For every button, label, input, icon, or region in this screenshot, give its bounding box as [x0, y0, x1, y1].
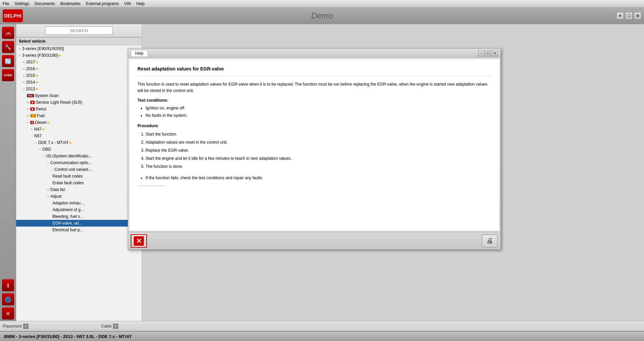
tree-item-label: Diesel: [35, 120, 46, 125]
eobd-icon[interactable]: eOBD: [2, 69, 14, 81]
tree-expand-icon: −: [35, 141, 37, 145]
close-x-icon: ✕: [134, 236, 144, 246]
tree-item-item20[interactable]: Read fault codes: [16, 173, 142, 180]
tree-item-item23[interactable]: −Adjust: [16, 193, 142, 200]
tree-star-icon: ★: [35, 80, 39, 85]
tree-item-item10[interactable]: +■Petrol: [16, 106, 142, 112]
tree-expand-icon: +: [27, 101, 29, 104]
procedure-list: Start the function. Adaptation values ar…: [146, 130, 491, 170]
tree-star-icon: ★: [58, 53, 62, 58]
search-bar: [16, 24, 142, 38]
test-condition-2: No faults in the system.: [146, 112, 491, 119]
tree-expand-icon: +: [23, 74, 25, 78]
tree-item-item17[interactable]: −ISI (System identificatio…: [16, 153, 142, 159]
help-close-button[interactable]: ✕: [492, 50, 498, 56]
print-button[interactable]: 🖨: [482, 234, 498, 248]
tree-star-icon: ★: [35, 67, 39, 71]
tree-item-label: Adjust: [50, 194, 62, 199]
tree-expand-icon: −: [39, 148, 41, 151]
tree-item-item2[interactable]: −3-series [F30/31/80] ★: [16, 52, 142, 59]
menu-vin[interactable]: VIN: [124, 1, 131, 6]
tree-item-label: Communication optio…: [50, 160, 92, 165]
tree-item-item21[interactable]: Erase fault codes: [16, 180, 142, 186]
tree-expand-icon: −: [23, 87, 25, 91]
tree-item-item18[interactable]: −Communication optio…: [16, 159, 142, 166]
procedure-step-4: Start the engine and let it idle for a f…: [146, 154, 491, 162]
status-text: BMW - 3-series [F30/31/80] - 2013 - N57 …: [4, 334, 132, 339]
help-minimize-button[interactable]: ─: [478, 50, 484, 56]
tree-item-item16[interactable]: −OBD: [16, 146, 142, 153]
tree-expand-icon: −: [27, 121, 29, 125]
tree-item-item27[interactable]: EGR-valve, ad…: [16, 220, 142, 227]
tree-item-label: Control unit variant…: [54, 167, 92, 172]
tree-item-item25[interactable]: Adjustment of g…: [16, 206, 142, 213]
menu-help[interactable]: Help: [136, 1, 145, 6]
service-icon[interactable]: 🔄: [2, 55, 14, 67]
placement-plus-button[interactable]: +: [23, 324, 29, 329]
help-close-x-button[interactable]: ✕: [131, 234, 147, 248]
tree-item-label: 2013: [26, 87, 35, 91]
tree-item-label: System Scan: [35, 93, 59, 98]
cable-section: Cable +: [101, 324, 118, 329]
maximize-window-button[interactable]: ☐: [625, 12, 633, 19]
info-icon[interactable]: ℹ: [2, 279, 14, 291]
tree-item-item13[interactable]: +N47 ★: [16, 126, 142, 133]
help-description: This function is used to reset adaptatio…: [137, 81, 491, 94]
tree-item-item7[interactable]: −2013 ★: [16, 86, 142, 92]
tree-item-label: EGR-valve, ad…: [52, 221, 83, 226]
tree-item-item22[interactable]: +Data list: [16, 186, 142, 193]
web-icon[interactable]: 🌐: [2, 293, 14, 305]
menu-bookmarks[interactable]: Bookmarks: [60, 1, 80, 6]
procedure-step-1: Start the function.: [146, 130, 491, 138]
tree-item-item8[interactable]: ISSSystem Scan: [16, 92, 142, 99]
tree-item-label: DDE 7.x - MT/AT: [38, 140, 69, 145]
tree-expand-icon: +: [23, 67, 25, 71]
menu-documents[interactable]: Documents: [35, 1, 55, 6]
tree-item-item6[interactable]: +2014 ★: [16, 79, 142, 86]
tree-item-label: 2017: [26, 60, 35, 64]
sidebar: Select vehicle +3-series [E90/91/92/93]−…: [16, 24, 142, 321]
tree-item-item24[interactable]: Adaption exhau…: [16, 200, 142, 206]
tree-container: +3-series [E90/91/92/93]−3-series [F30/3…: [16, 45, 142, 321]
diagnostic-icon[interactable]: 🔧: [2, 41, 14, 53]
menu-file[interactable]: File: [3, 1, 9, 6]
tree-expand-icon: +: [27, 107, 29, 111]
cable-plus-button[interactable]: +: [113, 324, 118, 329]
tree-item-label: OBD: [42, 147, 51, 152]
procedure-step-5: The function is done.: [146, 162, 491, 170]
tree-item-label: Read fault codes: [52, 174, 83, 179]
help-popup: Help ─ ☐ ✕ Reset adaptation values for E…: [128, 48, 501, 250]
sub-bullet-list: If the function fails, check the test co…: [146, 175, 491, 182]
tree-badge: ■: [30, 107, 35, 111]
menu-settings[interactable]: Settings: [14, 1, 29, 6]
procedure-step-3: Replace the EGR-valve.: [146, 146, 491, 154]
print-icon: 🖨: [486, 237, 493, 245]
help-maximize-button[interactable]: ☐: [485, 50, 491, 56]
tree-item-item3[interactable]: +2017 ★: [16, 59, 142, 65]
tree-item-item4[interactable]: +2016 ★: [16, 65, 142, 72]
tree-item-item26[interactable]: Bleeding, fuel s…: [16, 213, 142, 220]
tree-expand-icon: −: [51, 168, 53, 172]
tree-item-item9[interactable]: +■Service Light Reset (SLR): [16, 99, 142, 106]
search-input[interactable]: [45, 27, 113, 35]
tree-item-label: 3-series [F30/31/80]: [22, 53, 58, 58]
menu-bar: File Settings Documents Bookmarks Extern…: [0, 0, 644, 7]
menu-external-programs[interactable]: External programs: [86, 1, 119, 6]
tree-badge: ■: [30, 101, 35, 104]
settings-window-button[interactable]: ⚙: [634, 12, 641, 19]
tree-item-item1[interactable]: +3-series [E90/91/92/93]: [16, 45, 142, 52]
tree-item-item19[interactable]: −Control unit variant…: [16, 166, 142, 173]
tree-item-item14[interactable]: −N57: [16, 133, 142, 139]
close-window-button[interactable]: ✕: [616, 12, 624, 19]
tree-item-label: Electrical fuel p…: [52, 228, 84, 232]
tree-item-item15[interactable]: −DDE 7.x - MT/AT ★: [16, 139, 142, 146]
tree-item-item28[interactable]: Electrical fuel p…: [16, 227, 142, 233]
tree-item-label: Bleeding, fuel s…: [52, 214, 84, 219]
tree-item-item5[interactable]: +2015 ★: [16, 72, 142, 79]
close-icon[interactable]: ✕: [2, 307, 14, 320]
tree-item-item12[interactable]: −dDiesel ★: [16, 119, 142, 126]
vehicle-icon[interactable]: 🚗: [2, 27, 14, 39]
tree-star-icon: ★: [35, 74, 39, 78]
tree-item-item11[interactable]: +⚡Fuel: [16, 112, 142, 119]
help-tab[interactable]: Help: [131, 50, 148, 56]
